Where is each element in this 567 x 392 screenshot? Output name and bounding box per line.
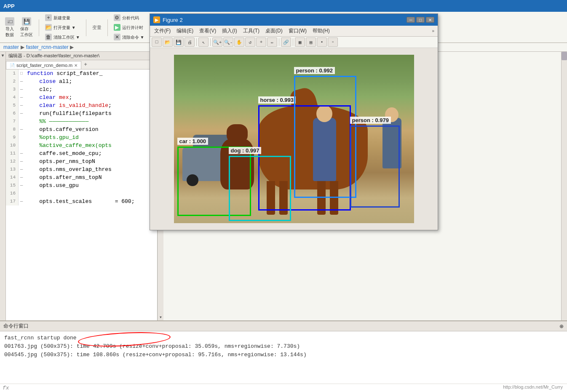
fig-window-btns: ─ □ ✕ [407,17,434,23]
fig-tb-sep3 [279,38,279,46]
fig-tb-zoom-out[interactable]: 🔍- [223,37,233,47]
code-area[interactable]: 1 □ function script_faster_ 2 — close al… [6,69,157,320]
analyze-code-btn[interactable]: ⚙ 分析代码 [112,13,146,22]
clear-ws-label: 清除工作区 ▼ [53,35,80,40]
tab-icon: 📄 [10,63,15,68]
fig-toolbar: □ 📂 💾 🖨 ↖ 🔍+ 🔍- ✋ ↺ + ✏ 🔗 ▦ ▤ ▪ ▫ [150,37,438,48]
vars-section: 变量 [91,24,103,31]
fig-minimize-btn[interactable]: ─ [407,17,415,23]
horse-leg2 [279,181,288,215]
fig-tb-sep1 [196,38,197,46]
bc-sep2: ▶ [70,44,74,50]
ribbon-sep1 [39,19,39,36]
save-workspace-btn[interactable]: 💾 保存工作区 [19,16,35,39]
code-line-9: 9 %opts.gpu_id [6,133,157,141]
scroll-down-btn[interactable]: ▼ [158,315,163,320]
code-line-3: 3 — clc; [6,85,157,93]
fig-tb-plot2[interactable]: ▫ [328,37,338,47]
fig-tb-new[interactable]: □ [152,37,162,47]
person1-body-silhouette [313,118,336,181]
cmd-title-label: 命令行窗口 [3,323,29,330]
ribbon-sep2 [86,19,86,36]
fig-tb-sep4 [293,38,293,46]
import-icon: ↓□ [5,17,14,26]
fig-menu-edit[interactable]: 编辑(E) [174,27,196,35]
fig-menu-view[interactable]: 查看(V) [197,27,219,35]
fig-menu-tools[interactable]: 工具(T) [241,27,262,35]
run-time-btn[interactable]: ▶ 运行并计时 [112,23,146,32]
fig-canvas: car : 1.000 horse : 0.993 person : 0.992… [150,48,438,230]
ribbon-sep3 [107,19,108,36]
bc-faster-rcnn[interactable]: faster_rcnn-master [26,44,69,50]
tab-add-btn[interactable]: + [81,60,90,69]
person2-head-silhouette [385,107,399,122]
fig-menu-window[interactable]: 窗口(W) [286,27,309,35]
fig-menu-help[interactable]: 帮助(H) [310,27,332,35]
fig-menu-insert[interactable]: 插入(I) [219,27,239,35]
fig-tb-grid2[interactable]: ▤ [306,37,316,47]
fig-maximize-btn[interactable]: □ [416,17,425,23]
watermark: http://blog.csdn.net/Mr_Curry [503,384,563,389]
nav-collapse-icon[interactable]: ▼ [1,53,4,58]
fig-menu-desktop[interactable]: 桌面(D) [263,27,285,35]
fig-tb-grid1[interactable]: ▦ [295,37,305,47]
nav-area: ▼ [0,52,6,320]
clear-cmd-label: 清除命令 ▼ [122,35,144,40]
code-line-13: 13 — opts.nms_overlap_thres [6,165,157,173]
import-data-btn[interactable]: ↓□ 导入数据 [3,16,16,39]
code-line-8: 8 — opts.caffe_version [6,125,157,133]
fig-tb-link[interactable]: 🔗 [281,37,291,47]
tab-close-icon[interactable]: ✕ [74,63,78,68]
fig-menu-more[interactable]: » [430,28,436,34]
fig-tb-save[interactable]: 💾 [174,37,184,47]
fig-tb-print[interactable]: 🖨 [185,37,195,47]
horse-leg3 [317,181,326,215]
run-label: 运行并计时 [122,25,143,31]
open-var-label: 打开变量 ▼ [53,25,76,31]
cmd-line-2: 001763.jpg (500x375): time 42.709s (resi… [4,342,563,351]
clear-workspace-btn[interactable]: 🗑 清除工作区 ▼ [43,33,82,42]
fig-tb-brush[interactable]: ✏ [267,37,277,47]
matlab-logo: ▶ [153,16,160,23]
fig-tb-open[interactable]: 📂 [163,37,173,47]
fig-titlebar: ▶ Figure 2 ─ □ ✕ [150,14,438,26]
cmd-prompt: fx [3,385,9,391]
fig-tb-pan[interactable]: ✋ [234,37,244,47]
bc-sep1: ▶ [21,44,24,50]
new-var-label: 新建变量 [53,15,70,21]
fig-tb-zoom-in[interactable]: 🔍+ [212,37,222,47]
new-var-btn[interactable]: + 新建变量 [43,13,82,22]
code-line-1: 1 □ function script_faster_ [6,69,157,77]
bc-master[interactable]: master [3,44,19,50]
code-line-6: 6 — run(fullfile(fileparts [6,109,157,117]
right-scrollbar[interactable] [561,52,567,320]
matlab-titlebar: APP [0,0,567,12]
horse-leg1 [267,181,275,215]
right-scroll-thumb[interactable] [562,52,567,60]
fig-close-btn[interactable]: ✕ [426,17,434,23]
fig-title-label: Figure 2 [163,17,183,23]
run-icon: ▶ [114,24,120,31]
open-var-icon: 📂 [45,24,52,31]
fig-menubar: 文件(F) 编辑(E) 查看(V) 插入(I) 工具(T) 桌面(D) 窗口(W… [150,26,438,37]
cmd-expand-icon[interactable]: ⊕ [559,323,564,329]
editor-tab[interactable]: 📄 script_faster_rcnn_demo.m ✕ [6,61,81,69]
code-line-2: 2 — close all; [6,77,157,85]
detection-scene: car : 1.000 horse : 0.993 person : 0.992… [174,55,414,223]
cmd-content[interactable]: fast_rcnn startup done 001763.jpg (500x3… [0,331,567,384]
fig-tb-sep2 [210,38,211,46]
fig-menu-file[interactable]: 文件(F) [152,27,173,35]
fig-tb-plot1[interactable]: ▪ [317,37,327,47]
save-label: 保存工作区 [20,26,33,38]
analyze-label: 分析代码 [122,15,139,21]
code-line-15: 15 — opts.use_gpu [6,181,157,189]
clear-cmd-btn[interactable]: ✕ 清除命令 ▼ [112,33,146,42]
code-line-14: 14 — opts.after_nms_topN [6,173,157,181]
tab-bar: 📄 script_faster_rcnn_demo.m ✕ + [6,60,157,69]
fig-tb-cursor[interactable]: ↖ [198,37,209,47]
open-var-btn[interactable]: 📂 打开变量 ▼ [43,23,82,32]
code-line-4: 4 — clear mex; [6,93,157,101]
fig-tb-rotate[interactable]: ↺ [245,37,255,47]
fig-tb-data-cursor[interactable]: + [256,37,266,47]
figure2-window[interactable]: ▶ Figure 2 ─ □ ✕ 文件(F) 编辑(E) 查看(V) 插入(I)… [150,13,438,230]
